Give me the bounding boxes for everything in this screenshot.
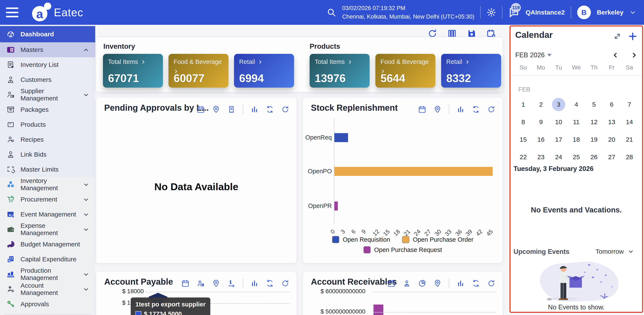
products-food-beverage-card[interactable]: Food & Beverage 5644 <box>376 54 436 88</box>
calendar-day-21[interactable]: 21 <box>620 131 638 148</box>
calendar-day-25[interactable]: 25 <box>568 148 585 166</box>
sidebar-item-master-limits[interactable]: Master Limits <box>0 162 95 177</box>
bar-chart-icon[interactable] <box>250 279 258 287</box>
sidebar-item-production-management[interactable]: Production Management <box>0 267 95 282</box>
refresh-icon[interactable] <box>281 279 289 287</box>
sync-icon[interactable] <box>266 105 274 114</box>
expand-icon[interactable] <box>613 32 622 41</box>
sidebar-item-packages[interactable]: Packages <box>0 102 95 117</box>
user-menu-chevron-icon[interactable] <box>630 9 636 16</box>
calendar-day-3[interactable]: 3 <box>550 96 568 113</box>
calendar-day-13[interactable]: 13 <box>603 113 620 131</box>
sidebar-item-budget-management[interactable]: Budget Management <box>0 237 95 252</box>
sidebar-item-masters[interactable]: Masters <box>0 42 95 57</box>
y-axis-label: $ 600000000000 <box>320 288 365 295</box>
legend-chip <box>364 246 371 253</box>
add-event-icon[interactable] <box>628 32 638 41</box>
calendar-day-16[interactable]: 16 <box>532 131 550 148</box>
sidebar-item-label: Inventory Management <box>20 177 78 192</box>
calendar-day-9[interactable]: 9 <box>532 113 550 131</box>
sidebar-item-approvals[interactable]: Approvals <box>0 297 95 311</box>
calendar-day-5[interactable]: 5 <box>585 96 603 113</box>
sidebar-item-dashboard[interactable]: Dashboard <box>0 26 95 42</box>
bar-chart-icon[interactable] <box>456 279 465 287</box>
calendar-day-10[interactable]: 10 <box>550 113 568 131</box>
calendar-day-24[interactable]: 24 <box>550 148 568 166</box>
weekday-header-row: SuMoTuWeThFrSa <box>514 64 638 71</box>
calendar-day-14[interactable]: 14 <box>620 113 638 131</box>
sidebar-item-link-bids[interactable]: Link Bids <box>0 147 95 162</box>
inventory-food-beverage-card[interactable]: Food & Beverage 60077 <box>168 54 228 88</box>
sidebar-item-expense-management[interactable]: Expense Management <box>0 222 95 237</box>
calendar-day-27[interactable]: 27 <box>603 148 620 166</box>
refresh-icon[interactable] <box>487 279 496 287</box>
calendar-day-6[interactable]: 6 <box>603 96 620 113</box>
bar-chart-icon[interactable] <box>250 105 258 114</box>
sync-icon[interactable] <box>472 279 480 287</box>
upcoming-filter-dropdown[interactable]: Tomorrow <box>596 248 634 255</box>
receivable-bar[interactable] <box>374 304 383 315</box>
pie-icon[interactable] <box>418 279 426 287</box>
sidebar-item-capital-expenditure[interactable]: Capital Expenditure <box>0 252 95 267</box>
panel-icon-row <box>197 105 289 114</box>
supplier-icon[interactable] <box>197 279 205 287</box>
calendar-day-1[interactable]: 1 <box>514 96 532 113</box>
products-retail-card[interactable]: Retail 8332 <box>441 54 501 88</box>
sidebar-item-inventory-management[interactable]: Inventory Management <box>0 177 95 192</box>
chart-bar-openreq[interactable] <box>334 133 348 142</box>
panel-title: Account Receivables <box>311 277 397 286</box>
dollar-flow-icon[interactable] <box>228 279 236 287</box>
calendar-day-22[interactable]: 22 <box>514 148 532 166</box>
calendar-day-26[interactable]: 26 <box>585 148 603 166</box>
chart-bar-openpo[interactable] <box>334 167 492 176</box>
kpi-value: 67071 <box>108 72 139 85</box>
sidebar-item-account-management[interactable]: Account Management <box>0 282 95 297</box>
customer-icon[interactable] <box>403 279 411 287</box>
calendar-day-2[interactable]: 2 <box>532 96 550 113</box>
sidebar-item-event-management[interactable]: Event Management <box>0 207 95 222</box>
location-icon[interactable] <box>212 105 220 114</box>
calendar-day-4[interactable]: 4 <box>568 96 585 113</box>
calendar-day-20[interactable]: 20 <box>603 131 620 148</box>
prev-month-icon[interactable] <box>612 52 618 58</box>
refresh-icon[interactable] <box>281 105 289 114</box>
location-icon[interactable] <box>434 279 442 287</box>
search-icon[interactable] <box>327 8 336 17</box>
calendar-day-11[interactable]: 11 <box>568 113 585 131</box>
inventory-retail-card[interactable]: Retail 6994 <box>234 54 294 88</box>
products-total-items-card[interactable]: Total Items 13976 <box>310 54 370 88</box>
location-icon[interactable] <box>212 279 220 287</box>
chat-icon[interactable]: 119 <box>508 7 520 18</box>
sidebar-item-customers[interactable]: Customers <box>0 72 95 87</box>
chevron-down-icon <box>83 197 89 202</box>
month-selector[interactable]: FEB 2026 <box>515 51 552 59</box>
next-month-icon[interactable] <box>631 52 638 58</box>
sidebar-item-label: Master Limits <box>20 166 58 173</box>
sync-icon[interactable] <box>266 279 274 287</box>
calendar-day-19[interactable]: 19 <box>585 131 603 148</box>
calendar-day-18[interactable]: 18 <box>568 131 585 148</box>
calendar-icon[interactable] <box>181 279 190 287</box>
sidebar-item-procurement[interactable]: Procurement <box>0 192 95 207</box>
calendar-day-7[interactable]: 7 <box>620 96 638 113</box>
calendar-day-28[interactable]: 28 <box>620 148 638 166</box>
calendar-day-17[interactable]: 17 <box>550 131 568 148</box>
calendar-day-8[interactable]: 8 <box>514 113 532 131</box>
sidebar-item-label: Capital Expenditure <box>20 256 76 263</box>
sidebar-item-products[interactable]: Products <box>0 117 95 132</box>
chart-bar-openpr[interactable] <box>334 201 338 210</box>
inventory-total-items-card[interactable]: Total Items 67071 <box>103 54 163 88</box>
menu-icon[interactable] <box>6 8 20 17</box>
calendar-day-23[interactable]: 23 <box>532 148 550 166</box>
settings-gear-icon[interactable] <box>487 8 496 17</box>
sidebar-item-recipes[interactable]: Recipes <box>0 132 95 147</box>
receipt-icon[interactable] <box>228 105 236 114</box>
calendar-icon[interactable] <box>197 105 205 114</box>
calendar-day-12[interactable]: 12 <box>585 113 603 131</box>
approvals-icon <box>6 300 15 308</box>
calendar-day-15[interactable]: 15 <box>514 131 532 148</box>
sidebar-item-inventory-list[interactable]: Inventory List <box>0 57 95 72</box>
avatar[interactable]: B <box>577 6 591 19</box>
calendar-icon[interactable] <box>387 279 396 287</box>
sidebar-item-supplier-management[interactable]: Supplier Management <box>0 87 95 102</box>
